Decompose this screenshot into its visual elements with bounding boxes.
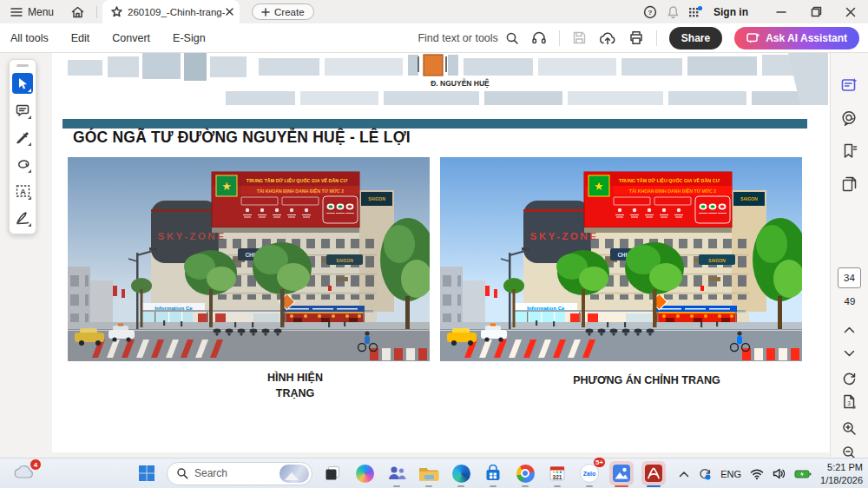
caption-current-line2: TRẠNG	[182, 386, 408, 402]
start-button[interactable]	[135, 461, 159, 485]
saigon-sign-top: SAIGON	[368, 196, 385, 201]
tab-convert[interactable]: Convert	[112, 32, 150, 44]
read-aloud-button[interactable]	[531, 30, 547, 45]
onedrive-tray-icon[interactable]: 4	[12, 463, 38, 485]
upload-cloud-button[interactable]	[599, 31, 616, 45]
taskbar-search[interactable]: Search	[167, 462, 312, 485]
ai-label: Ask AI Assistant	[766, 32, 847, 44]
photos-app-icon[interactable]	[609, 461, 634, 485]
tab-edit[interactable]: Edit	[71, 32, 90, 44]
save-button[interactable]	[572, 30, 587, 45]
billboard: ★ TRUNG TÂM DỮ LIỆU QUỐC GIA VỀ DÂN CƯ T…	[212, 172, 359, 233]
tray-chevron-up[interactable]	[679, 471, 689, 478]
edge-swirl	[452, 465, 470, 483]
draw-tool-button[interactable]	[12, 154, 33, 175]
billboard-line1: TRUNG TÂM DỮ LIỆU QUỐC GIA VỀ DÂN CƯ	[619, 177, 720, 183]
notifications-button[interactable]	[661, 0, 684, 23]
lasso-icon	[16, 158, 30, 170]
bell-icon	[667, 5, 680, 19]
cursor-icon	[16, 77, 29, 90]
language-indicator[interactable]: ENG	[720, 469, 741, 479]
comment-tool-button[interactable]	[12, 100, 33, 121]
page-thumbnails-button[interactable]	[838, 172, 862, 196]
tab-esign[interactable]: E-Sign	[173, 32, 206, 44]
page-number-input[interactable]: 34	[838, 267, 861, 288]
copilot-icon[interactable]	[352, 461, 377, 485]
cloud-upload-icon	[599, 31, 616, 45]
map-highlight-block	[424, 55, 443, 76]
select-tool-button[interactable]	[12, 73, 33, 94]
tab-title: 260109_-Chinh-trang-H...	[128, 7, 225, 17]
toolbar-divider	[559, 30, 560, 46]
home-button[interactable]	[62, 0, 93, 23]
taskbar-search-icon	[176, 467, 188, 479]
restore-button[interactable]	[799, 0, 833, 23]
printer-icon	[628, 30, 644, 45]
tab-all-tools[interactable]: All tools	[10, 32, 49, 44]
text-select-tool-button[interactable]: A	[12, 181, 33, 201]
find-label: Find text or tools	[418, 32, 497, 44]
svg-text:★: ★	[221, 180, 232, 193]
information-center-sign: Information Ce	[155, 305, 193, 311]
star-icon[interactable]	[111, 6, 122, 17]
billboard: ★ TRUNG TÂM DỮ LIỆU QUỐC GIA VỀ DÂN CƯ T…	[584, 172, 732, 233]
share-button[interactable]: Share	[669, 27, 722, 49]
menu-button[interactable]: Menu	[0, 0, 62, 23]
panel-grip[interactable]	[16, 64, 29, 67]
page-title: GÓC NGÃ TƯ ĐƯỜNG NGUYỄN HUỆ - LÊ LỢI	[73, 129, 411, 147]
search-highlight-image	[279, 465, 309, 483]
minimize-button[interactable]	[764, 0, 799, 23]
saigon-sign-mid: SAIGON	[336, 258, 353, 263]
page-total: 49	[831, 296, 868, 307]
document-tab[interactable]: 260109_-Chinh-trang-H...	[102, 0, 240, 23]
previous-page-button[interactable]	[838, 318, 862, 342]
quick-tools-panel: A	[9, 59, 36, 234]
highlight-tool-button[interactable]	[12, 127, 33, 148]
taskbar-search-label: Search	[194, 467, 273, 479]
microsoft-store-icon[interactable]	[481, 461, 505, 485]
volume-icon[interactable]	[773, 468, 786, 479]
close-button[interactable]	[833, 0, 868, 23]
next-page-button[interactable]	[838, 341, 862, 366]
help-button[interactable]: ?	[639, 0, 661, 23]
help-icon: ?	[643, 5, 657, 19]
ai-assistant-panel-button[interactable]	[838, 73, 862, 97]
zalo-icon[interactable]: Zalo 5+	[577, 461, 602, 485]
zoom-in-button[interactable]	[838, 416, 862, 440]
acrobat-window: Menu 260109_-Chinh-trang-H... Create ?	[0, 0, 868, 488]
calendar-app-icon[interactable]: 321	[545, 461, 569, 485]
rotate-page-button[interactable]	[838, 366, 862, 390]
task-view-button[interactable]	[320, 461, 345, 485]
edge-icon[interactable]	[449, 461, 473, 485]
caption-current-line1: HÌNH HIỆN	[182, 371, 408, 386]
comments-panel-button[interactable]	[838, 106, 862, 130]
tray-update-icon[interactable]	[698, 467, 712, 481]
toolbar: All tools Edit Convert E-Sign Find text …	[0, 23, 868, 53]
file-explorer-icon[interactable]	[417, 461, 441, 485]
wifi-icon[interactable]	[750, 469, 764, 479]
acrobat-app-icon[interactable]	[641, 461, 666, 485]
teams-icon[interactable]	[385, 461, 409, 485]
battery-icon[interactable]	[794, 469, 812, 479]
chrome-icon[interactable]	[513, 461, 537, 485]
copilot-swirl	[356, 465, 374, 483]
wifi-arcs-icon	[750, 469, 764, 479]
rotate-icon	[842, 371, 857, 386]
photo-renovated: SKY-ZONE SAIGON ★ TRUNG TÂM DỮ LIỆU QUỐC…	[440, 157, 802, 361]
apps-grid-icon	[687, 5, 703, 19]
apps-grid-button[interactable]	[684, 0, 707, 23]
share-label: Share	[681, 32, 710, 44]
fill-sign-tool-button[interactable]	[12, 208, 33, 228]
saigon-sign-mid: SAIGON	[708, 258, 726, 263]
page-view-button[interactable]: 3	[838, 390, 862, 414]
print-button[interactable]	[628, 30, 644, 45]
tab-close-icon[interactable]	[225, 7, 234, 16]
find-text-button[interactable]: Find text or tools	[418, 31, 518, 45]
create-tab-button[interactable]: Create	[252, 3, 314, 20]
billboard-line2: TÀI KHOẢN ĐỊNH DANH ĐIỆN TỬ MỨC 2	[629, 188, 716, 194]
bookmarks-panel-button[interactable]	[838, 139, 862, 163]
sign-in-button[interactable]: Sign in	[713, 6, 748, 18]
taskbar-clock[interactable]: 5:21 PM 1/18/2026	[820, 461, 863, 486]
saigon-sign-top: SAIGON	[740, 196, 758, 201]
ask-ai-assistant-button[interactable]: Ask AI Assistant	[734, 27, 859, 49]
